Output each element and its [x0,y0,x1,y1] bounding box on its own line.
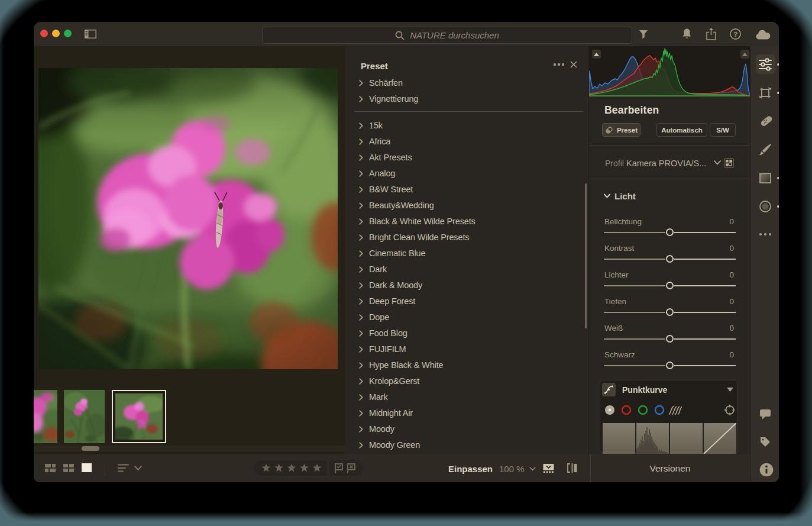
svg-text:?: ? [733,31,737,38]
